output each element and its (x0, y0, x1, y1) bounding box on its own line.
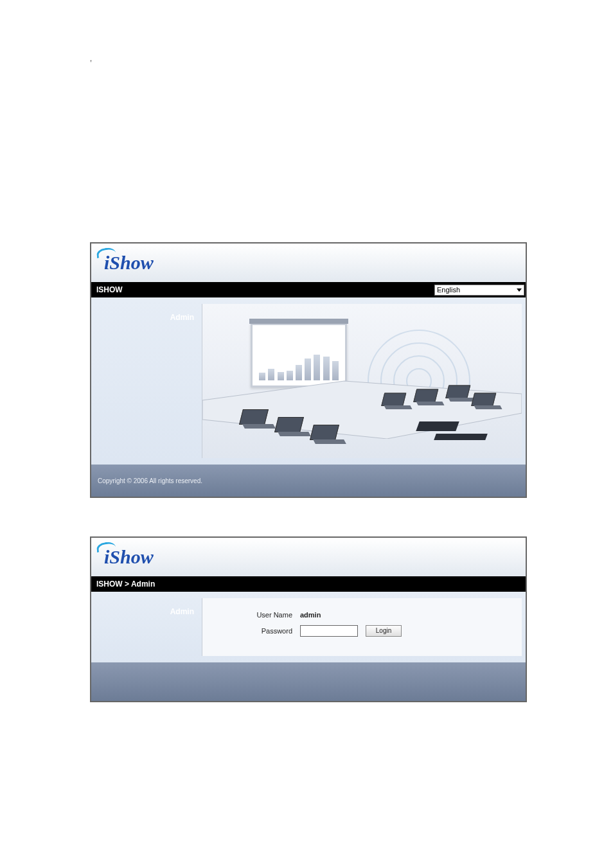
router-icon (434, 434, 488, 440)
laptop-icon (276, 417, 308, 439)
copyright-text: Copyright © 2006 All rights reserved. (98, 477, 202, 484)
password-label: Password (228, 627, 292, 635)
logo-bar: iShow (91, 244, 526, 282)
laptop-icon (312, 425, 344, 447)
password-input[interactable] (300, 625, 358, 637)
sidebar: Admin (91, 297, 202, 465)
username-label: User Name (228, 611, 292, 619)
footer: Copyright © 2006 All rights reserved. (91, 465, 526, 497)
logo-text: iShow (104, 546, 154, 567)
nav-bar: ISHOW English (91, 282, 526, 297)
logo-bar: iShow (91, 538, 526, 576)
ishow-logo: iShow (100, 546, 154, 568)
login-panel: User Name admin Password Login (202, 598, 522, 656)
laptop-icon (447, 385, 475, 404)
language-dropdown[interactable]: English (434, 285, 524, 296)
ishow-logo: iShow (100, 252, 154, 274)
sidebar: Admin (91, 592, 202, 662)
hero-illustration (202, 304, 522, 458)
sidebar-item-admin[interactable]: Admin (165, 310, 202, 324)
language-selected: English (437, 286, 460, 294)
screenshot-home: iShow ISHOW English Admin (90, 242, 527, 498)
chevron-down-icon (517, 288, 522, 292)
username-value: admin (300, 611, 321, 619)
laptop-icon (415, 389, 443, 408)
laptop-icon (241, 409, 273, 431)
logo-text: iShow (104, 252, 154, 273)
login-button[interactable]: Login (366, 625, 402, 637)
laptop-icon (383, 393, 411, 412)
screenshot-admin-login: iShow ISHOW > Admin Admin User Name admi… (90, 536, 527, 702)
breadcrumb: ISHOW > Admin (96, 580, 155, 589)
content-row: Admin (91, 297, 526, 465)
sidebar-item-admin[interactable]: Admin (165, 605, 202, 619)
breadcrumb: ISHOW (96, 285, 123, 294)
stray-comma: , (90, 55, 523, 62)
laptop-icon (473, 393, 501, 412)
nav-bar: ISHOW > Admin (91, 576, 526, 592)
router-icon (416, 421, 459, 431)
content-row: Admin User Name admin Password Login (91, 592, 526, 662)
footer (91, 662, 526, 701)
